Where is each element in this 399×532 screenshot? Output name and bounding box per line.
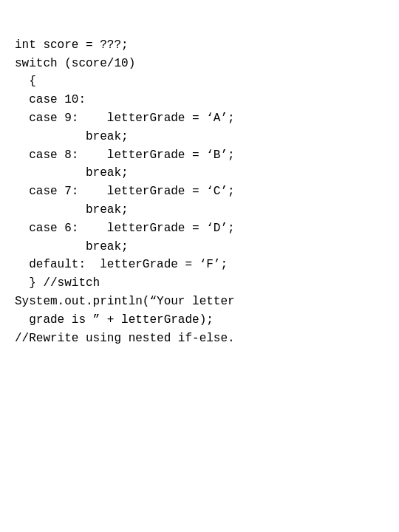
code-line-12: break; [15,238,384,256]
code-block: int score = ???;switch (score/10) { case… [0,0,399,365]
code-line-15: System.out.println(“Your letter [15,293,384,311]
code-line-3: { [15,72,384,91]
code-line-4: case 10: [15,91,384,109]
code-line-14: } //switch [15,274,384,293]
code-line-6: break; [15,128,384,146]
code-line-11: case 6: letterGrade = ‘D’; [15,219,384,238]
code-line-17: //Rewrite using nested if-else. [15,330,384,348]
code-line-7: case 8: letterGrade = ‘B’; [15,146,384,165]
code-line-9: case 7: letterGrade = ‘C’; [15,183,384,201]
code-line-16: grade is ” + letterGrade); [15,311,384,330]
code-line-1: int score = ???; [15,36,384,55]
code-line-8: break; [15,164,384,183]
code-line-2: switch (score/10) [15,55,384,73]
code-line-5: case 9: letterGrade = ‘A’; [15,109,384,128]
code-line-13: default: letterGrade = ‘F’; [15,256,384,274]
code-line-10: break; [15,201,384,219]
